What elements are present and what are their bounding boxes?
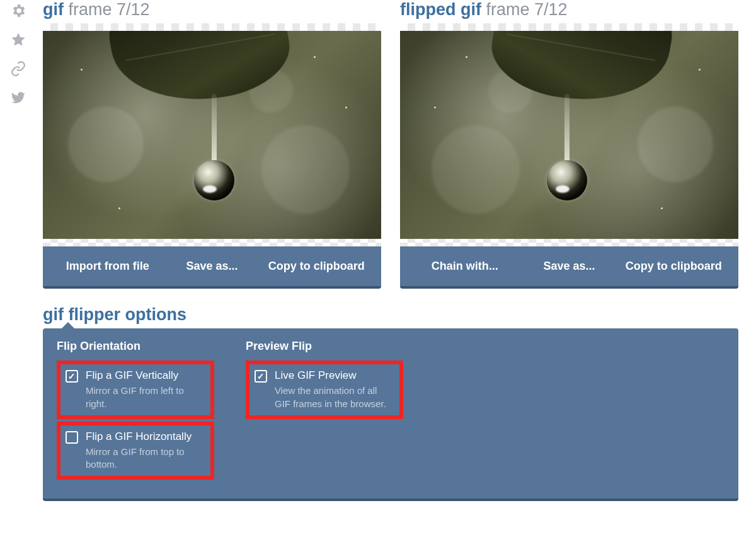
- chain-with-button[interactable]: Chain with...: [413, 257, 517, 276]
- preview-container-flipped: [400, 23, 738, 246]
- panel-title-flipped: flipped gif frame 7/12: [400, 0, 738, 20]
- link-icon[interactable]: [10, 61, 26, 77]
- panel-title-original: gif frame 7/12: [43, 0, 381, 20]
- preview-container-original: [43, 23, 381, 246]
- option-description: Mirror a GIF from top to bottom.: [86, 446, 205, 471]
- panel-original: gif frame 7/12 Import from file Save as.…: [43, 0, 381, 289]
- option-label: Flip a GIF Vertically: [86, 369, 205, 382]
- option-item[interactable]: Flip a GIF VerticallyMirror a GIF from l…: [57, 361, 214, 419]
- checkbox[interactable]: [66, 431, 78, 444]
- actionbar-flipped: Chain with... Save as... Copy to clipboa…: [400, 246, 738, 289]
- checkbox[interactable]: [66, 370, 78, 383]
- option-label: Live GIF Preview: [275, 369, 394, 382]
- checkbox[interactable]: [255, 370, 267, 383]
- copy-to-clipboard-button[interactable]: Copy to clipboard: [621, 257, 726, 276]
- panel-title-frame: frame 7/12: [69, 0, 150, 19]
- copy-to-clipboard-button[interactable]: Copy to clipboard: [264, 257, 369, 276]
- panel-title-frame: frame 7/12: [486, 0, 568, 19]
- option-heading: Preview Flip: [246, 340, 403, 353]
- option-column: Flip OrientationFlip a GIF VerticallyMir…: [57, 340, 214, 482]
- sidebar-icons: [5, 3, 32, 106]
- panel-flipped: flipped gif frame 7/12 Chain with... Sav…: [400, 0, 738, 289]
- option-label: Flip a GIF Horizontally: [86, 430, 205, 443]
- panel-title-blue: flipped gif: [400, 0, 481, 19]
- option-column: Preview FlipLive GIF PreviewView the ani…: [246, 340, 403, 482]
- twitter-icon[interactable]: [10, 89, 26, 106]
- gif-preview-flipped[interactable]: [400, 31, 738, 239]
- options-panel: Flip OrientationFlip a GIF VerticallyMir…: [43, 328, 738, 501]
- option-heading: Flip Orientation: [57, 340, 214, 353]
- options-title: gif flipper options: [43, 305, 738, 325]
- option-item[interactable]: Flip a GIF HorizontallyMirror a GIF from…: [57, 422, 214, 480]
- save-as-button[interactable]: Save as...: [160, 257, 265, 276]
- save-as-button[interactable]: Save as...: [517, 257, 622, 276]
- gif-preview-original[interactable]: [43, 31, 381, 239]
- option-description: View the animation of all GIF frames in …: [275, 384, 394, 410]
- star-icon[interactable]: [10, 32, 26, 48]
- option-item[interactable]: Live GIF PreviewView the animation of al…: [246, 361, 403, 419]
- gear-icon[interactable]: [10, 3, 26, 19]
- import-from-file-button[interactable]: Import from file: [55, 257, 160, 276]
- actionbar-original: Import from file Save as... Copy to clip…: [43, 246, 381, 289]
- option-description: Mirror a GIF from left to right.: [86, 384, 205, 410]
- panel-title-blue: gif: [43, 0, 64, 19]
